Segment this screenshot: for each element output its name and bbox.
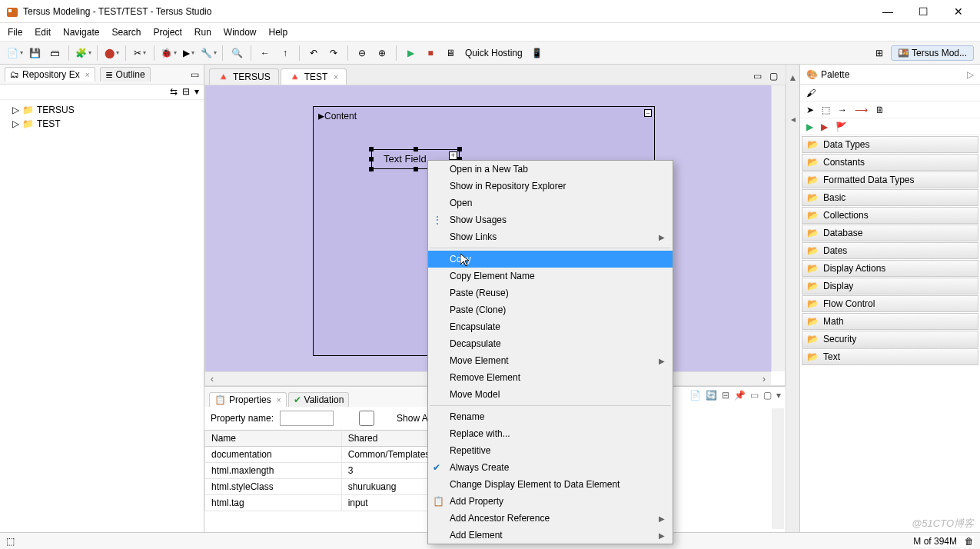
quick-hosting-label[interactable]: Quick Hosting <box>462 48 526 58</box>
menu-item-encapsulate[interactable]: Encapsulate <box>428 318 673 335</box>
tool-dropdown-icon[interactable]: 🧩 <box>75 45 91 62</box>
resize-handle[interactable] <box>369 157 374 161</box>
server-icon[interactable]: 🖥 <box>442 45 459 62</box>
menu-navigate[interactable]: Navigate <box>63 27 99 38</box>
close-icon[interactable]: × <box>85 71 90 79</box>
menu-item-open[interactable]: Open <box>428 195 673 211</box>
play-green-icon[interactable]: ▶ <box>806 121 813 132</box>
menu-item-paste-clone[interactable]: Paste (Clone) <box>428 301 673 318</box>
undo-icon[interactable]: ↶ <box>305 45 322 62</box>
menu-item-add-ancestor[interactable]: Add Ancestor Reference▶ <box>428 510 673 527</box>
minimize-editor-icon[interactable]: ▭ <box>750 68 765 85</box>
palette-drawer[interactable]: 📂Basic <box>802 189 978 206</box>
select-icon[interactable]: ➤ <box>806 105 814 115</box>
redo-icon[interactable]: ↷ <box>325 45 342 62</box>
status-icon[interactable]: ⬚ <box>6 536 15 547</box>
close-icon[interactable]: × <box>334 73 338 82</box>
tree-node[interactable]: ▷ 📁 TEST <box>6 117 198 131</box>
menu-item-repetitive[interactable]: Repetitive <box>428 442 673 459</box>
dotarrow-icon[interactable]: ⟶ <box>855 105 868 115</box>
palette-drawer[interactable]: 📂Dates <box>802 242 978 259</box>
device-icon[interactable]: 📱 <box>529 45 546 62</box>
resize-handle[interactable] <box>414 167 418 171</box>
collapse-icon[interactable]: ⊟ <box>182 86 190 98</box>
zoomin-icon[interactable]: ⊕ <box>374 45 390 62</box>
menu-item-move-element[interactable]: Move Element▶ <box>428 352 673 369</box>
maximize-editor-icon[interactable]: ▢ <box>766 68 781 85</box>
palette-drawer[interactable]: 📂Flow Control <box>802 295 978 312</box>
close-button[interactable]: ✕ <box>948 5 969 18</box>
minimize-view-icon[interactable]: ▭ <box>191 69 199 80</box>
menu-item-open-new-tab[interactable]: Open in a New Tab <box>428 161 673 178</box>
maximize-icon[interactable]: ▢ <box>763 390 772 401</box>
external-icon[interactable]: 🔧 <box>200 45 217 62</box>
menu-item-always-create[interactable]: ✔Always Create <box>428 459 673 476</box>
note-icon[interactable]: 🗎 <box>875 105 885 115</box>
gc-icon[interactable]: 🗑 <box>965 536 974 547</box>
run-icon[interactable]: ▶ <box>180 45 197 62</box>
close-icon[interactable]: × <box>277 396 281 404</box>
menu-item-decapsulate[interactable]: Decapsulate <box>428 335 673 352</box>
palette-drawer[interactable]: 📂Security <box>802 331 978 348</box>
resize-handle[interactable] <box>414 147 418 151</box>
save-icon[interactable]: 💾 <box>26 45 43 62</box>
repository-tab[interactable]: 🗂 Repository Ex × <box>5 67 95 82</box>
menu-item-replace[interactable]: Replace with... <box>428 425 673 442</box>
menu-edit[interactable]: Edit <box>35 27 51 38</box>
zoomout-icon[interactable]: ⊖ <box>354 45 370 62</box>
property-name-input[interactable] <box>280 411 334 426</box>
view-menu-icon[interactable]: ▾ <box>194 86 199 98</box>
resize-handle[interactable] <box>369 167 374 171</box>
expand-icon[interactable]: ▷ <box>12 118 19 129</box>
play-red-icon[interactable]: ▶ <box>821 121 828 132</box>
scroll-right-icon[interactable]: › <box>757 374 771 384</box>
minimize-button[interactable]: — <box>877 5 899 18</box>
expand-icon[interactable]: ▷ <box>12 105 19 115</box>
editor-tab[interactable]: 🔺 TERSUS <box>209 68 279 85</box>
detail-scrollbar[interactable] <box>772 408 784 529</box>
expand-box-icon[interactable]: – <box>644 109 652 117</box>
nav-marker-icon[interactable]: ◂ <box>791 114 796 125</box>
open-perspective-icon[interactable]: ⊞ <box>871 45 888 62</box>
search-icon[interactable]: 🔍 <box>228 45 245 62</box>
nav-back-icon[interactable]: ← <box>257 45 274 62</box>
menu-item-move-model[interactable]: Move Model <box>428 386 673 403</box>
menu-window[interactable]: Window <box>224 27 257 38</box>
showall-check-input[interactable] <box>340 411 394 426</box>
menu-item-show-links[interactable]: Show Links▶ <box>428 228 673 245</box>
collapse-icon[interactable]: ⊟ <box>722 390 729 401</box>
pin-icon[interactable]: 📌 <box>734 390 746 401</box>
menu-item-add-property[interactable]: 📋Add Property <box>428 493 673 510</box>
palette-drawer[interactable]: 📂Data Types <box>802 136 978 153</box>
palette-drawer[interactable]: 📂Text <box>802 348 978 365</box>
editor-tab[interactable]: 🔺 TEST × <box>281 68 347 85</box>
palette-drawer[interactable]: 📂Database <box>802 225 978 241</box>
brush-icon[interactable]: 🖌 <box>806 88 816 98</box>
properties-tab[interactable]: 📋 Properties × <box>209 392 287 407</box>
tree-node[interactable]: ▷ 📁 TERSUS <box>6 103 198 117</box>
menu-file[interactable]: File <box>8 27 22 38</box>
stop-icon[interactable]: ■ <box>422 45 439 62</box>
palette-drawer[interactable]: 📂Display Actions <box>802 260 978 277</box>
menu-run[interactable]: Run <box>194 27 211 38</box>
minimize-icon[interactable]: ▭ <box>750 390 759 401</box>
menu-item-copy-name[interactable]: Copy Element Name <box>428 268 673 284</box>
menu-search[interactable]: Search <box>111 27 141 38</box>
scissors-icon[interactable]: ✂ <box>131 45 148 62</box>
menu-item-show-repo[interactable]: Show in Repository Explorer <box>428 178 673 195</box>
play-icon[interactable]: ▶ <box>402 45 419 62</box>
menu-icon[interactable]: ▾ <box>776 390 781 401</box>
col-name[interactable]: Name <box>205 431 342 447</box>
menu-item-show-usages[interactable]: ⋮Show Usages <box>428 211 673 228</box>
menu-item-remove-element[interactable]: Remove Element <box>428 369 673 386</box>
menu-item-add-element[interactable]: Add Element▶ <box>428 527 673 544</box>
vertical-scrollbar[interactable] <box>771 85 785 371</box>
palette-drawer[interactable]: 📂Constants <box>802 154 978 171</box>
arrow-icon[interactable]: → <box>838 105 847 115</box>
menu-help[interactable]: Help <box>269 27 288 38</box>
menu-project[interactable]: Project <box>153 27 181 38</box>
saveall-icon[interactable]: 🗃 <box>46 45 63 62</box>
scroll-left-icon[interactable]: ‹ <box>205 374 219 384</box>
menu-item-copy[interactable]: Copy <box>428 251 673 268</box>
menu-item-rename[interactable]: Rename <box>428 408 673 425</box>
